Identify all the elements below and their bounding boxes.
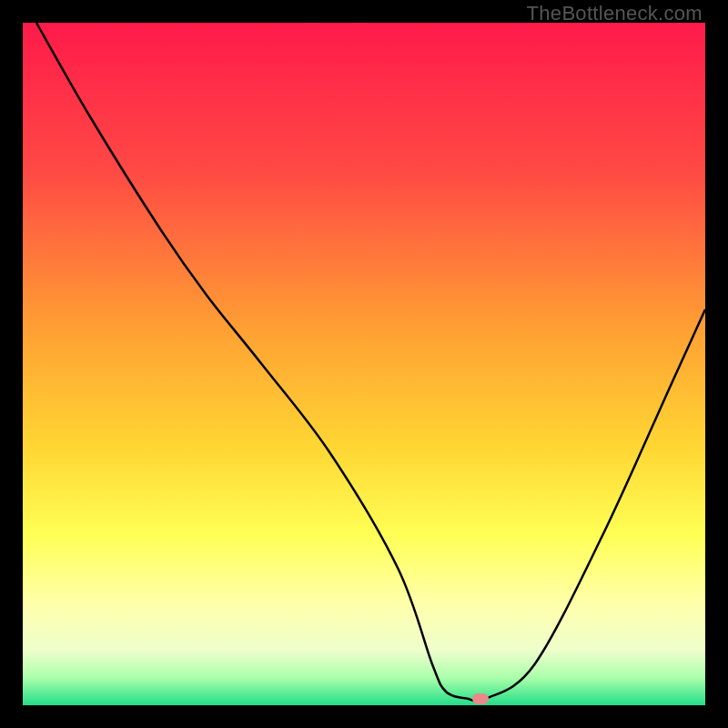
watermark-text: TheBottleneck.com <box>527 2 703 25</box>
chart-curve <box>23 23 705 705</box>
chart-plot-area <box>23 23 705 705</box>
optimum-marker <box>472 693 489 704</box>
